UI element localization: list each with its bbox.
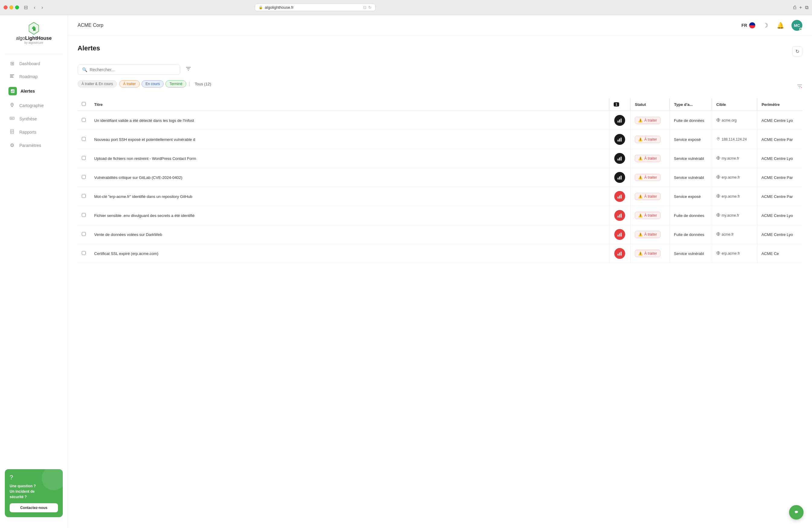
user-avatar[interactable]: MC (792, 20, 802, 31)
warning-icon: ⚠️ (638, 213, 643, 218)
reader-icon[interactable]: ⊡ (363, 5, 366, 10)
row-checkbox-cell (77, 111, 90, 130)
logo-area: algoLightHouse by algosecure (0, 21, 68, 52)
parametres-icon: ⚙ (9, 143, 16, 148)
table-header: Titre 1 Statut Type d'a... (77, 98, 802, 111)
tab-a-traiter-en-cours[interactable]: À traiter & En cours (77, 80, 117, 88)
row-checkbox[interactable] (82, 251, 86, 255)
sidebar-item-parametres[interactable]: ⚙ Paramètres (2, 139, 65, 151)
cible-cell: erp.acme.fr (716, 175, 753, 180)
forward-button[interactable]: › (40, 4, 44, 11)
tab-termine[interactable]: Terminé (165, 80, 186, 88)
share-button[interactable]: ⎙ (793, 5, 796, 10)
sidebar-item-roadmap[interactable]: Roadmap (2, 70, 65, 83)
table-row[interactable]: Certificat SSL expiré (erp.acme.com) ⚠️ … (77, 244, 802, 263)
sidebar: algoLightHouse by algosecure ⊞ Dashboard… (0, 15, 68, 528)
cible-icon (716, 251, 720, 256)
svg-rect-34 (618, 178, 619, 179)
sidebar-item-rapports[interactable]: Rapports (2, 126, 65, 138)
svg-rect-11 (10, 117, 14, 119)
table-row[interactable]: Fichier sensible .env divulguant des sec… (77, 206, 802, 225)
row-perimetre: ACME Centre Lyo (757, 149, 802, 168)
cible-cell: erp.acme.fr (716, 194, 753, 199)
chat-fab-button[interactable] (789, 505, 803, 519)
row-checkbox[interactable] (82, 194, 86, 198)
refresh-button[interactable]: ↻ (792, 46, 802, 56)
row-perimetre: ACME Centre Lyo (757, 206, 802, 225)
cible-cell: acme.fr (716, 232, 753, 237)
new-tab-button[interactable]: + (799, 5, 802, 10)
svg-rect-4 (10, 76, 13, 76)
th-perimetre: Perimètre (757, 98, 802, 111)
row-checkbox[interactable] (82, 118, 86, 122)
clear-filter-button[interactable] (797, 84, 802, 90)
sidebar-item-dashboard[interactable]: ⊞ Dashboard (2, 57, 65, 70)
svg-rect-12 (11, 118, 14, 118)
row-title: Un identifiant valide a été détecté dans… (90, 111, 609, 130)
maximize-button[interactable] (15, 5, 19, 9)
cible-value: erp.acme.fr (722, 175, 740, 179)
table-row[interactable]: Vulnérabilités critique sur GitLab (CVE-… (77, 168, 802, 187)
warning-icon: ⚠️ (638, 156, 643, 161)
tab-a-traiter[interactable]: À traiter (119, 80, 140, 88)
row-checkbox[interactable] (82, 175, 86, 179)
th-checkbox (77, 98, 90, 111)
sidebar-item-synthese[interactable]: Synthèse (2, 113, 65, 125)
dashboard-icon: ⊞ (9, 61, 16, 67)
table-row[interactable]: Upload de fichiers non restreint - WordP… (77, 149, 802, 168)
svg-rect-51 (621, 233, 622, 237)
row-type: Service exposé (669, 130, 712, 149)
status-badge: ⚠️ À traiter (635, 117, 661, 124)
table-row[interactable]: Un identifiant valide a été détecté dans… (77, 111, 802, 130)
status-badge: ⚠️ À traiter (635, 155, 661, 162)
address-bar[interactable]: 🔒 algolighthouse.fr ⊡ ↻ (255, 4, 376, 11)
row-score (609, 187, 630, 206)
search-box: 🔍 (77, 64, 180, 75)
svg-rect-50 (619, 234, 620, 237)
dark-mode-button[interactable]: ☽ (762, 20, 769, 30)
select-all-checkbox[interactable] (82, 102, 86, 106)
language-selector[interactable]: FR (741, 22, 756, 29)
table-row[interactable]: Mot-clé "erp-acme.fr" identifié dans un … (77, 187, 802, 206)
row-checkbox[interactable] (82, 232, 86, 236)
svg-rect-26 (619, 138, 620, 142)
svg-rect-30 (619, 158, 620, 161)
window-button[interactable]: ⧉ (805, 5, 808, 10)
header-actions: FR ☽ 🔔 MC (741, 20, 802, 31)
tab-en-cours[interactable]: En cours (142, 80, 164, 88)
svg-rect-27 (621, 137, 622, 142)
cible-icon (716, 156, 720, 161)
svg-rect-49 (618, 235, 619, 237)
filter-button[interactable] (184, 64, 193, 75)
alertes-icon-bg (9, 87, 17, 96)
close-button[interactable] (4, 5, 8, 9)
row-cible: erp.acme.fr (712, 168, 757, 187)
reload-icon[interactable]: ↻ (368, 5, 372, 10)
row-checkbox[interactable] (82, 213, 86, 217)
svg-rect-56 (621, 252, 622, 255)
status-badge: ⚠️ À traiter (635, 174, 661, 181)
notifications-button[interactable]: 🔔 (775, 20, 785, 30)
table-row[interactable]: Nouveau port SSH exposé et potentielleme… (77, 130, 802, 149)
row-statut: ⚠️ À traiter (630, 168, 669, 187)
back-button[interactable]: ‹ (33, 4, 37, 11)
row-type: Fuite de données (669, 111, 712, 130)
row-checkbox[interactable] (82, 156, 86, 160)
sidebar-toggle-button[interactable]: ⊟ (23, 4, 29, 11)
table-row[interactable]: Vente de données volées sur DarkWeb ⚠️ À… (77, 225, 802, 244)
sidebar-item-cartographie[interactable]: Cartographie (2, 99, 65, 112)
warning-icon: ⚠️ (638, 137, 643, 142)
sidebar-item-alertes[interactable]: Alertes (2, 84, 65, 99)
contact-button[interactable]: Contactez-nous (10, 503, 58, 512)
row-statut: ⚠️ À traiter (630, 111, 669, 130)
tab-tous[interactable]: Tous (12) (192, 80, 214, 88)
row-cible: erp.acme.fr (712, 244, 757, 263)
th-statut: Statut (630, 98, 669, 111)
row-statut: ⚠️ À traiter (630, 225, 669, 244)
minimize-button[interactable] (9, 5, 13, 9)
search-input[interactable] (90, 67, 176, 72)
row-checkbox[interactable] (82, 137, 86, 141)
row-score (609, 244, 630, 263)
score-badge (614, 210, 625, 221)
th-score[interactable]: 1 (609, 98, 630, 111)
